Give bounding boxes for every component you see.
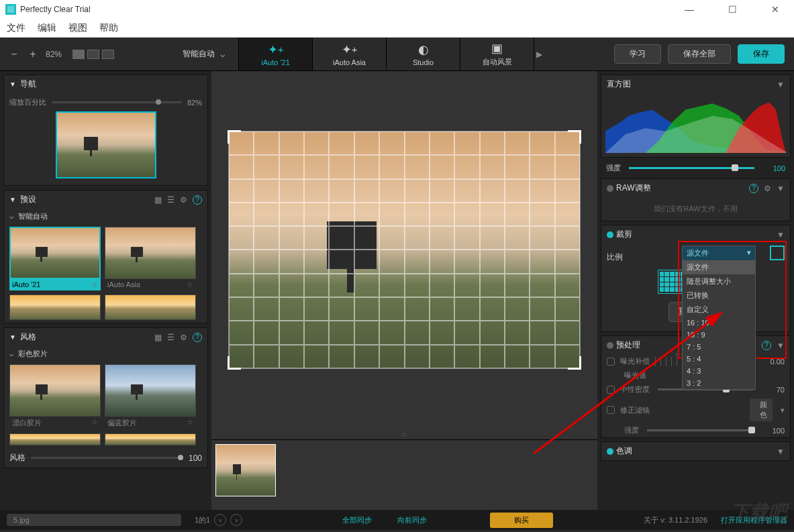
exposure-value: 0.00 [762,358,785,366]
preset-item[interactable] [9,295,101,320]
crop-handle-br[interactable] [568,356,581,370]
collapse-icon[interactable]: ▼ [777,447,785,456]
collapse-icon[interactable]: ▼ [777,341,785,350]
grid-view-icon[interactable]: ▦ [154,195,162,205]
preset-item[interactable]: iAuto '21☆ [9,227,101,290]
filter-value[interactable]: 颜色 [750,398,773,421]
mode-studio[interactable]: ◐ Studio [386,38,460,70]
toolbar: − + 82% 智能自动 ⌵ ✦+ iAuto '21 ✦+ iAuto Asi… [0,38,794,71]
zoom-out-button[interactable]: − [8,48,20,60]
canvas-area: ○ [211,71,597,510]
style-item[interactable]: 偏蓝胶片☆ [105,364,196,429]
chevron-down-icon[interactable]: ⌵ [9,350,14,358]
crop-icon[interactable] [770,246,785,260]
dropdown-item[interactable]: 自定义 [683,303,755,317]
help-icon[interactable]: ? [749,184,758,193]
maximize-icon[interactable]: ☐ [719,4,746,15]
mode-iauto21[interactable]: ✦+ iAuto '21 [238,38,312,70]
collapse-icon[interactable]: ▼ [777,80,785,89]
zoom-value: 82% [187,99,202,107]
window-title: Perfectly Clear Trial [20,5,91,14]
dropdown-item[interactable]: 16 : 10 [683,317,755,329]
prev-button[interactable]: ‹ [214,514,226,526]
dropdown-item[interactable]: 16 : 9 [683,329,755,341]
chevron-down-icon[interactable]: ⌵ [9,212,14,221]
mode-iauto-asia[interactable]: ✦+ iAuto Asia [312,38,386,70]
style-item[interactable] [105,433,196,445]
collapse-icon[interactable]: ▼ [9,333,16,341]
watermark: 下载吧 [731,500,787,510]
star-icon[interactable]: ☆ [187,418,193,428]
mode-landscape[interactable]: ▣ 自动风景 [460,38,534,70]
collapse-icon[interactable]: ▼ [777,230,785,240]
layout-single-icon[interactable] [72,50,85,59]
collapse-icon[interactable]: ▼ [9,196,16,203]
star-icon[interactable]: ☆ [91,280,98,289]
crop-handle-tr[interactable] [568,130,581,144]
dropdown-item[interactable]: 3 : 2 [683,377,755,389]
list-view-icon[interactable]: ☰ [167,333,175,342]
menu-view[interactable]: 视图 [68,22,87,34]
layout-split-icon[interactable] [87,50,99,59]
dropdown-item[interactable]: 已转换 [683,288,755,303]
preset-dropdown[interactable]: 智能自动 ⌵ [183,48,225,60]
dropdown-item[interactable]: 随意调整大小 [683,274,755,288]
gear-icon[interactable]: ⚙ [180,333,187,342]
presets-panel: ▼预设 ▦ ☰ ⚙ ? ⌵智能自动 iAuto '21☆ iAuto Asia☆ [3,190,208,323]
list-view-icon[interactable]: ☰ [167,195,175,205]
crop-panel: 裁剪 ▼ 比例 源文件▾ 源文件 随意调整大小 已转换 自定义 16 : 10 … [601,225,791,332]
help-icon[interactable]: ? [762,341,771,350]
dropdown-item[interactable]: 源文件 [683,260,755,274]
minimize-icon[interactable]: — [676,4,703,15]
zoom-in-button[interactable]: + [27,48,39,60]
canvas-image[interactable] [228,131,581,369]
dropdown-item[interactable]: 5 : 4 [683,353,755,365]
close-icon[interactable]: ✕ [762,4,789,15]
preset-item[interactable]: iAuto Asia☆ [105,227,196,290]
style-slider[interactable] [31,457,183,459]
film-thumbnail[interactable] [215,444,276,496]
layout-dual-icon[interactable] [102,50,114,59]
dropdown-item[interactable]: 4 : 3 [683,365,755,377]
style-item[interactable]: 漂白胶片☆ [9,364,101,429]
style-item[interactable] [9,433,101,445]
crop-ratio-dropdown[interactable]: 源文件▾ 源文件 随意调整大小 已转换 自定义 16 : 10 16 : 9 7… [682,246,756,390]
intensity-slider[interactable] [629,167,754,169]
crop-handle-bl[interactable] [228,356,241,370]
save-button[interactable]: 保存 [738,44,785,64]
menu-file[interactable]: 文件 [7,22,26,34]
checkbox[interactable] [607,386,615,394]
modes-scroll-right[interactable]: ▶ [534,38,544,70]
star-icon[interactable]: ☆ [91,418,98,428]
save-all-button[interactable]: 保存全部 [668,44,731,64]
page-count: 1的1 [195,515,210,525]
sync-all-button[interactable]: 全部同步 [342,515,372,525]
sync-forward-button[interactable]: 向前同步 [397,515,427,525]
dropdown-item[interactable]: 7 : 5 [683,341,755,353]
strength-slider[interactable] [647,429,754,431]
learn-button[interactable]: 学习 [614,44,661,64]
next-button[interactable]: › [230,514,242,526]
buy-button[interactable]: 购买 [490,513,553,528]
menu-edit[interactable]: 编辑 [38,22,56,34]
collapse-icon[interactable]: ▼ [9,81,16,88]
chevron-down-icon: ▾ [781,406,785,415]
help-icon[interactable]: ? [193,333,202,342]
checkbox[interactable] [607,358,615,366]
crop-handle-tl[interactable] [228,130,241,144]
separator: ○ [211,429,597,439]
grid-view-icon[interactable]: ▦ [154,333,162,342]
file-name[interactable]: 5.jpg [7,514,181,526]
gear-icon[interactable]: ⚙ [764,184,771,193]
preset-item[interactable] [105,295,196,320]
gear-icon[interactable]: ⚙ [180,195,187,205]
preset-label: iAuto Asia [107,280,140,289]
menu-help[interactable]: 帮助 [99,22,118,34]
checkbox[interactable] [607,406,615,414]
tone-panel: 色调 ▼ [601,441,791,461]
help-icon[interactable]: ? [193,195,202,205]
collapse-icon[interactable]: ▼ [777,184,785,193]
star-icon[interactable]: ☆ [187,280,193,289]
nav-thumbnail[interactable] [56,111,156,178]
zoom-slider[interactable] [52,101,182,103]
